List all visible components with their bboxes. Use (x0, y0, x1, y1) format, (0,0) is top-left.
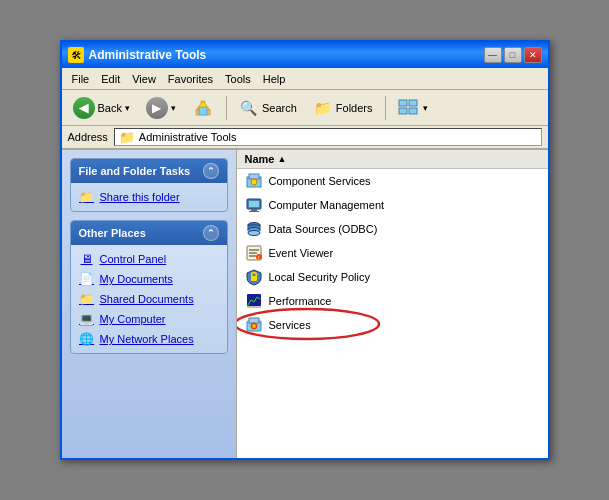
column-name-header[interactable]: Name ▲ (245, 153, 287, 165)
my-network-places-link[interactable]: 🌐 My Network Places (79, 331, 219, 347)
shared-documents-icon: 📁 (79, 291, 95, 307)
left-panel: File and Folder Tasks ⌃ 📁 Share this fol… (62, 150, 237, 458)
svg-rect-7 (409, 108, 417, 114)
services-list-item[interactable]: Services (237, 313, 548, 337)
services-icon (245, 316, 263, 334)
main-content: File and Folder Tasks ⌃ 📁 Share this fol… (62, 150, 548, 458)
toolbar: ◀ Back ▾ ▶ ▾ 🔍 Search 📁 Folde (62, 90, 548, 126)
services-name: Services (269, 319, 311, 331)
forward-button[interactable]: ▶ ▾ (139, 93, 183, 123)
my-computer-link[interactable]: 💻 My Computer (79, 311, 219, 327)
right-panel: Name ▲ Component Services (237, 150, 548, 458)
views-icon (398, 97, 420, 119)
my-documents-link[interactable]: 📄 My Documents (79, 271, 219, 287)
folders-button[interactable]: 📁 Folders (306, 94, 380, 122)
control-panel-link[interactable]: 🖥 Control Panel (79, 251, 219, 267)
event-viewer-icon: ! (245, 244, 263, 262)
list-item[interactable]: Local Security Policy (237, 265, 548, 289)
file-folder-tasks-header[interactable]: File and Folder Tasks ⌃ (71, 159, 227, 183)
svg-rect-29 (247, 306, 261, 308)
list-item[interactable]: Computer Management (237, 193, 548, 217)
sort-arrow-icon: ▲ (277, 154, 286, 164)
forward-icon: ▶ (146, 97, 168, 119)
local-security-policy-name: Local Security Policy (269, 271, 371, 283)
my-network-places-icon: 🌐 (79, 331, 95, 347)
menu-file[interactable]: File (66, 71, 96, 87)
menu-view[interactable]: View (126, 71, 162, 87)
collapse-other-places-button[interactable]: ⌃ (203, 225, 219, 241)
my-computer-icon: 💻 (79, 311, 95, 327)
minimize-button[interactable]: — (484, 47, 502, 63)
menu-tools[interactable]: Tools (219, 71, 257, 87)
menu-help[interactable]: Help (257, 71, 292, 87)
list-item[interactable]: Component Services (237, 169, 548, 193)
other-places-body: 🖥 Control Panel 📄 My Documents 📁 Shared … (71, 245, 227, 353)
svg-rect-9 (249, 174, 259, 179)
title-bar-buttons: — □ ✕ (484, 47, 542, 63)
search-button[interactable]: 🔍 Search (232, 94, 304, 122)
data-sources-icon (245, 220, 263, 238)
window-title: Administrative Tools (89, 48, 479, 62)
maximize-button[interactable]: □ (504, 47, 522, 63)
share-folder-link[interactable]: 📁 Share this folder (79, 189, 219, 205)
list-item[interactable]: ! Event Viewer (237, 241, 548, 265)
address-folder-icon: 📁 (119, 130, 135, 145)
up-button[interactable] (185, 93, 221, 123)
file-folder-tasks-body: 📁 Share this folder (71, 183, 227, 211)
svg-point-33 (252, 325, 255, 328)
window-icon: 🛠 (68, 47, 84, 63)
svg-rect-14 (249, 211, 259, 212)
address-path-text: Administrative Tools (139, 131, 237, 143)
svg-rect-31 (249, 318, 259, 323)
svg-rect-13 (251, 209, 257, 211)
list-item[interactable]: Performance (237, 289, 548, 313)
local-security-policy-icon (245, 268, 263, 286)
main-window: 🛠 Administrative Tools — □ ✕ File Edit V… (60, 40, 550, 460)
close-button[interactable]: ✕ (524, 47, 542, 63)
list-header: Name ▲ (237, 150, 548, 169)
component-services-icon (245, 172, 263, 190)
other-places-header[interactable]: Other Places ⌃ (71, 221, 227, 245)
event-viewer-name: Event Viewer (269, 247, 334, 259)
list-item[interactable]: Data Sources (ODBC) (237, 217, 548, 241)
menu-bar: File Edit View Favorites Tools Help (62, 68, 548, 90)
menu-edit[interactable]: Edit (95, 71, 126, 87)
address-label: Address (68, 131, 108, 143)
computer-management-name: Computer Management (269, 199, 385, 211)
svg-rect-4 (399, 100, 407, 106)
svg-rect-12 (249, 201, 259, 207)
file-folder-tasks-panel: File and Folder Tasks ⌃ 📁 Share this fol… (70, 158, 228, 212)
svg-point-10 (251, 179, 257, 185)
other-places-panel: Other Places ⌃ 🖥 Control Panel 📄 My Docu… (70, 220, 228, 354)
data-sources-name: Data Sources (ODBC) (269, 223, 378, 235)
svg-rect-3 (199, 107, 207, 115)
my-documents-icon: 📄 (79, 271, 95, 287)
back-button[interactable]: ◀ Back ▾ (66, 93, 137, 123)
separator-2 (385, 96, 386, 120)
svg-rect-5 (409, 100, 417, 106)
shared-documents-link[interactable]: 📁 Shared Documents (79, 291, 219, 307)
up-icon (192, 97, 214, 119)
component-services-name: Component Services (269, 175, 371, 187)
address-bar: Address 📁 Administrative Tools (62, 126, 548, 150)
back-icon: ◀ (73, 97, 95, 119)
svg-rect-6 (399, 108, 407, 114)
separator-1 (226, 96, 227, 120)
folders-icon: 📁 (313, 98, 333, 118)
title-bar: 🛠 Administrative Tools — □ ✕ (62, 42, 548, 68)
collapse-file-tasks-button[interactable]: ⌃ (203, 163, 219, 179)
address-path[interactable]: 📁 Administrative Tools (114, 128, 542, 146)
views-button[interactable]: ▾ (391, 93, 435, 123)
menu-favorites[interactable]: Favorites (162, 71, 219, 87)
computer-management-icon (245, 196, 263, 214)
performance-icon (245, 292, 263, 310)
control-panel-icon: 🖥 (79, 251, 95, 267)
svg-rect-28 (247, 294, 261, 306)
svg-point-19 (248, 231, 260, 236)
search-icon: 🔍 (239, 98, 259, 118)
file-list: Name ▲ Component Services (237, 150, 548, 337)
performance-name: Performance (269, 295, 332, 307)
share-folder-icon: 📁 (79, 189, 95, 205)
